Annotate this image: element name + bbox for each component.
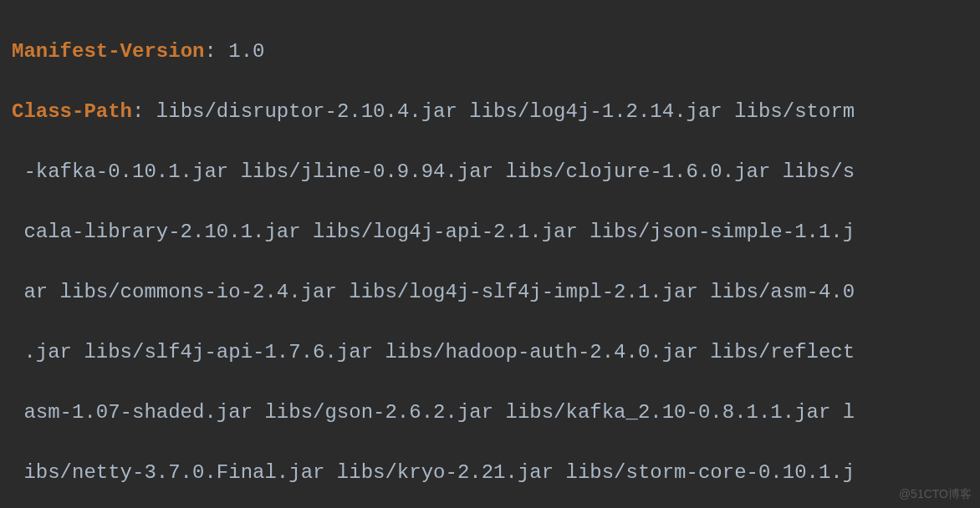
manifest-version-value: 1.0 xyxy=(228,40,264,63)
classpath-line-3: ar libs/commons-io-2.4.jar libs/log4j-sl… xyxy=(12,277,968,307)
classpath-value-6: ibs/netty-3.7.0.Final.jar libs/kryo-2.21… xyxy=(23,461,855,484)
classpath-line-1: -kafka-0.10.1.jar libs/jline-0.9.94.jar … xyxy=(12,157,968,187)
classpath-line-5: asm-1.07-shaded.jar libs/gson-2.6.2.jar … xyxy=(12,398,968,428)
manifest-code-block: Manifest-Version: 1.0 Class-Path: libs/d… xyxy=(12,7,968,508)
classpath-line-6: ibs/netty-3.7.0.Final.jar libs/kryo-2.21… xyxy=(12,458,968,488)
classpath-value-2: cala-library-2.10.1.jar libs/log4j-api-2… xyxy=(23,221,855,243)
manifest-version-key: Manifest-Version xyxy=(12,40,204,63)
classpath-value-3: ar libs/commons-io-2.4.jar libs/log4j-sl… xyxy=(23,281,855,303)
classpath-value-0: libs/disruptor-2.10.4.jar libs/log4j-1.2… xyxy=(156,100,855,123)
classpath-value-5: asm-1.07-shaded.jar libs/gson-2.6.2.jar … xyxy=(23,401,855,424)
watermark-text: @51CTO博客 xyxy=(899,485,972,503)
classpath-line-0: Class-Path: libs/disruptor-2.10.4.jar li… xyxy=(12,97,968,127)
classpath-key: Class-Path xyxy=(12,100,132,123)
colon: : xyxy=(204,40,228,63)
classpath-line-2: cala-library-2.10.1.jar libs/log4j-api-2… xyxy=(12,217,968,247)
colon: : xyxy=(132,100,156,123)
classpath-value-4: .jar libs/slf4j-api-1.7.6.jar libs/hadoo… xyxy=(23,341,855,363)
classpath-value-1: -kafka-0.10.1.jar libs/jline-0.9.94.jar … xyxy=(23,160,855,183)
classpath-line-4: .jar libs/slf4j-api-1.7.6.jar libs/hadoo… xyxy=(12,338,968,368)
manifest-version-line: Manifest-Version: 1.0 xyxy=(12,37,968,67)
